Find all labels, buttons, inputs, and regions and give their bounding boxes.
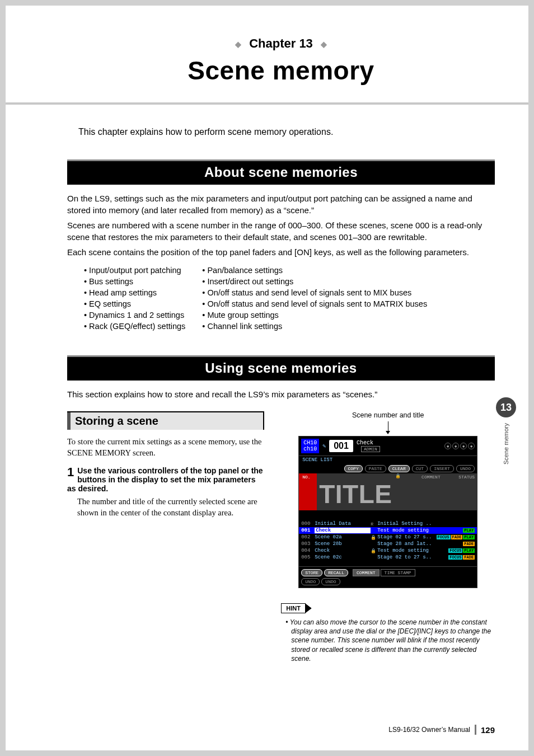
chapter-label: Chapter 13 <box>249 36 313 50</box>
channel-top: CH10 <box>303 440 317 446</box>
diamond-icon: ◆ <box>235 40 241 49</box>
section-heading-using: Using scene memories <box>67 355 495 381</box>
scene-row[interactable]: 001CheckTest mode settingPLAY <box>299 527 477 534</box>
hdr-title: TITLE <box>317 478 394 510</box>
hint-text-content: You can also move the cursor to the scen… <box>290 618 491 663</box>
step-description: The number and title of the currently se… <box>77 496 264 518</box>
hdr-comment: COMMENT <box>405 473 456 510</box>
scene-row[interactable]: 004Check🔒Test mode settingFOCUSPLAY <box>299 547 477 554</box>
detail-tabs: COMMENTTIME STAMP <box>353 569 415 576</box>
store-button[interactable]: STORE <box>301 569 322 576</box>
st-indicator: ● <box>452 443 459 449</box>
bullet-item: Pan/balance settings <box>202 266 427 275</box>
scene-row[interactable]: 002Scene 02a🔒Stage 02 to 27 s..FOCUSFADE… <box>299 534 477 541</box>
subsection-label: Storing a scene <box>72 415 158 427</box>
figure-caption: Scene number and title <box>281 411 495 419</box>
scene-row[interactable]: 003Scene 28bStage 28 and lat..FADE <box>299 541 477 547</box>
page-title: Scene memory <box>67 55 495 86</box>
st-indicator: ● <box>460 443 467 449</box>
body-text: Scenes are numbered with a scene number … <box>67 219 495 243</box>
bullet-item: Dynamics 1 and 2 settings <box>84 311 185 320</box>
bullet-columns: Input/output port patchingBus settingsHe… <box>84 266 495 333</box>
toolbar-clear-button[interactable]: CLEAR <box>388 465 410 472</box>
scene-list-label: SCENE LIST <box>299 456 477 464</box>
footer-doc: LS9-16/32 Owner’s Manual <box>388 726 470 734</box>
scene-row[interactable]: 000Initial DataRInitial Setting .. <box>299 520 477 527</box>
section-heading-about: About scene memories <box>67 159 495 185</box>
bullet-item: Insert/direct out settings <box>202 277 427 286</box>
bullet-item: On/off status and send level of signals … <box>202 288 427 297</box>
channel-bot: ch10 <box>303 446 317 452</box>
hdr-no: NO. <box>299 473 317 510</box>
side-tab-label: Scene memory <box>503 423 509 464</box>
scene-list-rows: 000Initial DataRInitial Setting ..001Che… <box>299 510 477 566</box>
st-indicators: ●●●● <box>444 443 475 449</box>
divider <box>6 102 528 105</box>
scene-title-display: Check <box>357 440 380 446</box>
bullet-item: Head amp settings <box>84 288 185 297</box>
side-tab-number: 13 <box>496 397 516 417</box>
admin-label: ADMIN <box>361 446 380 452</box>
st-indicator: ● <box>444 443 451 449</box>
hint-text: • You can also move the cursor to the sc… <box>281 618 495 663</box>
channel-badge: CH10 ch10 <box>301 439 319 453</box>
recall-button[interactable]: RECALL <box>324 569 348 576</box>
scene-memory-screenshot: CH10 ch10 ✎ 001 Check ADMIN ●●●● SCENE L… <box>298 436 477 588</box>
toolbar-row: COPYPASTECLEARCUTINSERTUNDO <box>299 464 477 473</box>
left-column: Storing a scene To store the current mix… <box>67 411 264 518</box>
bullet-list-right: Pan/balance settingsInsert/direct out se… <box>202 266 427 333</box>
side-tab: 13 Scene memory <box>496 397 516 464</box>
intro-text: This chapter explains how to perform sce… <box>78 127 484 137</box>
diamond-icon: ◆ <box>321 40 327 49</box>
bullet-item: On/off status and send level of signals … <box>202 299 427 308</box>
bullet-item: Channel link settings <box>202 322 427 331</box>
toolbar-cut-button[interactable]: CUT <box>412 465 428 472</box>
bullet-item: EQ settings <box>84 299 185 308</box>
section-intro: This section explains how to store and r… <box>67 388 495 400</box>
page: ◆ Chapter 13 ◆ Scene memory This chapter… <box>6 6 528 750</box>
scene-number-display: 001 <box>329 440 353 452</box>
bullet-item: Input/output port patching <box>84 266 185 275</box>
lead-text: To store the current mix settings as a s… <box>67 436 264 458</box>
hdr-status: STATUS <box>456 473 477 510</box>
body-text: On the LS9, settings such as the mix par… <box>67 192 495 216</box>
bullet-item: Bus settings <box>84 277 185 286</box>
step-number: 1 <box>67 466 74 478</box>
tab-time-stamp[interactable]: TIME STAMP <box>381 569 415 576</box>
arrow-down-icon <box>388 421 388 434</box>
footer-page: 129 <box>481 725 495 735</box>
right-column: Scene number and title CH10 ch10 ✎ 001 C… <box>281 411 495 663</box>
tab-comment[interactable]: COMMENT <box>353 569 380 576</box>
toolbar-copy-button[interactable]: COPY <box>344 465 363 472</box>
hint-label: HINT <box>281 603 306 613</box>
lock-icon: 🔒 <box>394 473 402 510</box>
scene-row[interactable]: 005Scene 02cStage 02 to 27 s..FOCUSFADE <box>299 554 477 561</box>
footer-divider <box>475 725 476 735</box>
step-1: 1 Use the various controllers of the top… <box>67 466 264 518</box>
chapter-line: ◆ Chapter 13 ◆ <box>67 36 495 51</box>
body-text: Each scene contains the position of the … <box>67 246 495 258</box>
bullet-list-left: Input/output port patchingBus settingsHe… <box>84 266 185 333</box>
footer: LS9-16/32 Owner’s Manual 129 <box>388 725 495 735</box>
step-instruction: Use the various controllers of the top p… <box>67 466 264 493</box>
bullet-item: Mute group settings <box>202 311 427 320</box>
edit-icon: ✎ <box>322 443 326 449</box>
undo-button-2[interactable]: UNDO <box>321 578 340 585</box>
bullet-item: Rack (GEQ/effect) settings <box>84 322 185 331</box>
toolbar-insert-button[interactable]: INSERT <box>430 465 454 472</box>
toolbar-undo-button[interactable]: UNDO <box>456 465 475 472</box>
subsection-heading: Storing a scene <box>67 411 264 430</box>
list-header: NO. TITLE 🔒 COMMENT STATUS <box>299 473 477 510</box>
hint-box: HINT • You can also move the cursor to t… <box>281 603 495 663</box>
toolbar-paste-button[interactable]: PASTE <box>365 465 386 472</box>
undo-button[interactable]: UNDO <box>301 578 320 585</box>
st-indicator: ● <box>468 443 475 449</box>
